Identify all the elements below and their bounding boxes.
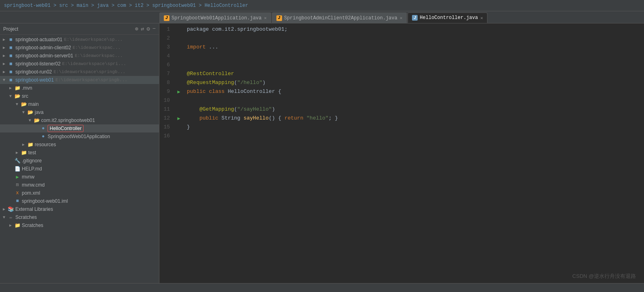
tab-hellocontroller[interactable]: J HelloController.java ✕ [408,13,487,23]
watermark: CSDN @逆水行舟没有退路 [572,273,636,280]
code-token: @RequestMapping [187,78,234,87]
code-token [225,87,228,96]
tab-java-icon-2: J [276,15,282,21]
tab-label-3: HelloController.java [420,15,478,21]
list-item[interactable]: 🔧 .gitignore [0,157,159,165]
add-icon[interactable]: ⊕ [135,25,138,32]
item-label: java [35,109,44,115]
code-lines: package com.it2.springbootweb01; import … [185,25,644,283]
gutter-slot [176,25,185,34]
list-item-hellocontroller[interactable]: ● HelloController [0,124,159,132]
item-label: SpringbootWeb01Application [48,134,110,139]
tab-label: SpringbootWeb01Application.java [171,15,261,21]
list-item[interactable]: ▶ 📁 resources [0,141,159,149]
tab-java-icon-3: J [412,15,418,21]
code-line: import ... [187,43,644,52]
line-number: 11 [159,105,172,114]
run-icon[interactable]: ▶ [176,87,182,96]
list-item-scratches-dir[interactable]: ▶ 📁 Scratches [0,221,159,229]
folder-icon: 📂 [21,101,27,107]
item-label: HelloController [48,126,84,131]
title-bar: springboot-web01 > src > main > java > c… [0,0,644,11]
gutter-slot [176,69,185,78]
code-token: @RestController [187,69,234,78]
item-label: test [28,150,36,155]
tab-close-icon-2[interactable]: ✕ [400,15,403,21]
list-item[interactable]: ● SpringbootWeb01Application [0,132,159,141]
code-token: "hello" [307,114,329,123]
list-item[interactable]: ■ springboot-web01.iml [0,197,159,205]
list-item[interactable]: ▶ ■ springboot-admin-client02 E:\ideawor… [0,44,159,52]
list-item[interactable]: ▼ 📂 src [0,92,159,100]
list-item[interactable]: ▶ ■ springboot-admin-server01 E:\ideawor… [0,52,159,60]
project-tree: ▶ ■ springboot-actuator01 E:\ideaworkspa… [0,35,159,283]
item-label: springboot-actuator01 [15,37,63,42]
code-line: } [187,123,644,132]
line-number: 12 [159,114,172,123]
tab-close-icon[interactable]: ✕ [264,15,267,21]
code-token [187,105,199,114]
collapse-icon[interactable]: − [153,25,156,32]
lib-icon: 📚 [8,206,14,212]
code-line: @RestController [187,69,644,78]
settings-icon[interactable]: ⚙ [146,25,150,32]
tab-close-icon-3[interactable]: ✕ [480,15,483,21]
editor: 1 2 3 4 6 7 8 9 10 11 12 15 16 [159,23,644,283]
list-item[interactable]: ▼ ■ springboot-web01 E:\ideaworkspace\sp… [0,76,159,84]
code-token [187,114,199,123]
item-path: E:\ideaworkspace\spri... [62,61,126,66]
sidebar-header: Project ⊕ ⇄ ⚙ − [0,23,159,35]
list-item[interactable]: x pom.xml [0,189,159,197]
code-line: @GetMapping("/sayHello") [187,105,644,114]
tree-arrow: ▶ [21,142,26,147]
line-number: 6 [159,61,172,69]
list-item[interactable]: ▶ 📁 test [0,149,159,157]
code-token: return [284,114,303,123]
item-label: mvnw [22,174,34,180]
item-path: E:\ideaworkspace\springb... [55,78,127,82]
line-number: 3 [159,43,172,52]
code-area[interactable]: 1 2 3 4 6 7 8 9 10 11 12 15 16 [159,23,644,283]
list-item[interactable]: m mvnw.cmd [0,181,159,189]
iml-icon: ■ [14,198,21,204]
code-line [187,132,644,141]
tree-arrow: ▶ [2,45,6,50]
line-number: 2 [159,34,172,43]
tree-arrow: ▶ [8,223,13,228]
item-label: src [22,93,28,99]
mvnw-icon: ▶ [14,174,21,180]
gutter-slot [176,61,185,69]
item-label: mvnw.cmd [22,182,45,188]
tab-springbootweb01app[interactable]: J SpringbootWeb01Application.java ✕ [159,13,271,23]
sidebar-toolbar: ⊕ ⇄ ⚙ − [135,25,156,32]
list-item[interactable]: ▶ mvnw [0,173,159,181]
run-icon-2[interactable]: ▶ [176,114,182,123]
item-label: HELP.md [22,166,42,172]
list-item-scratches[interactable]: ▼ ✏ Scratches [0,213,159,221]
line-number: 9 [159,87,172,96]
code-token [240,114,244,123]
list-item[interactable]: ▶ ■ springboot-actuator01 E:\ideaworkspa… [0,36,159,44]
tree-arrow: ▼ [8,94,13,99]
tab-springbootadminclient02[interactable]: J SpringbootAdminClient02Application.jav… [272,13,407,23]
project-panel-title: Project [3,26,18,32]
folder-src-icon: 📂 [14,93,21,99]
code-line: public String sayHello() { return "hello… [187,114,644,123]
line-number: 16 [159,132,172,141]
list-item[interactable]: ▼ 📂 java [0,108,159,116]
list-item[interactable]: ▶ ■ springboot-run02 E:\ideaworkspace\sp… [0,68,159,76]
list-item[interactable]: ▶ 📁 .mvn [0,84,159,92]
module-icon: ■ [8,44,14,51]
list-item[interactable]: 📄 HELP.md [0,165,159,173]
code-line [187,61,644,69]
sync-icon[interactable]: ⇄ [141,25,144,32]
item-label: springboot-run02 [15,69,52,75]
tree-arrow: ▶ [2,207,6,212]
list-item[interactable]: ▼ 📂 main [0,100,159,108]
file-icon: 🔧 [14,158,21,164]
code-token: String [222,114,240,123]
list-item[interactable]: ▼ 📂 com.it2.springbootweb01 [0,116,159,124]
list-item-external-libraries[interactable]: ▶ 📚 External Libraries [0,205,159,213]
line-numbers: 1 2 3 4 6 7 8 9 10 11 12 15 16 [159,25,176,283]
list-item[interactable]: ▶ ■ springboot-listener02 E:\ideaworkspa… [0,60,159,68]
